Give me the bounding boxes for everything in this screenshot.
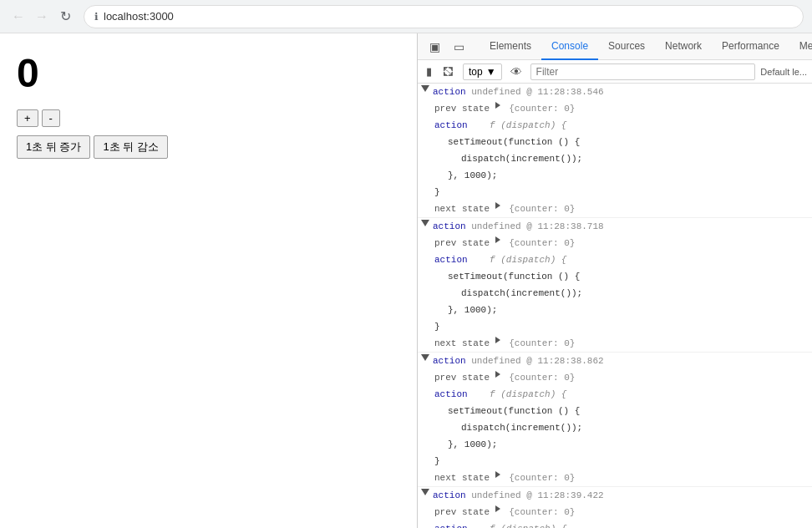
- next-state-3: next state {counter: 0}: [418, 470, 812, 486]
- prev-state-value-2: {counter: 0}: [509, 236, 575, 250]
- prev-state-arrow-4[interactable]: [495, 505, 500, 512]
- decrement-button[interactable]: -: [42, 109, 60, 127]
- expand-arrow-4[interactable]: [421, 489, 429, 495]
- action-key-3: action: [434, 388, 468, 401]
- code-1-l5: }: [434, 185, 440, 199]
- code-2-l2: setTimeout(function () {: [448, 270, 580, 283]
- refresh-button[interactable]: ↻: [55, 7, 75, 27]
- tab-elements[interactable]: Elements: [480, 34, 541, 60]
- tab-network[interactable]: Network: [655, 34, 712, 60]
- timestamp-1: @ 11:28:38.546: [526, 85, 603, 99]
- prev-state-4: prev state {counter: 0}: [418, 504, 812, 520]
- counter-display: 0: [17, 50, 400, 96]
- action-code-2-l5: }: [418, 318, 812, 335]
- action-row-3: action f (dispatch) {: [418, 386, 812, 403]
- filter-input[interactable]: [530, 63, 756, 80]
- log-group-1: action undefined @ 11:28:38.546 prev sta…: [418, 84, 812, 218]
- chevron-down-icon: ▼: [486, 66, 496, 78]
- timestamp-4: @ 11:28:39.422: [526, 489, 603, 502]
- prev-state-value-4: {counter: 0}: [509, 505, 575, 519]
- action-code-1-l2: setTimeout(function () {: [418, 134, 812, 150]
- action-label-2: action: [433, 220, 466, 233]
- code-1-l2: setTimeout(function () {: [448, 135, 580, 149]
- action-code-3-l4: }, 1000);: [418, 436, 812, 453]
- log-group-4: action undefined @ 11:28:39.422 prev sta…: [418, 487, 812, 528]
- device-toggle-button[interactable]: ▭: [449, 38, 469, 55]
- undefined-label-3: undefined: [471, 354, 520, 368]
- action-row-1: action f (dispatch) {: [418, 117, 812, 134]
- action-code-3-l5: }: [418, 453, 812, 470]
- expand-arrow-1[interactable]: [421, 85, 429, 92]
- action-code-2-l4: }, 1000);: [418, 302, 812, 318]
- prev-state-label-1: prev state: [434, 102, 490, 115]
- next-state-value-2: {counter: 0}: [509, 337, 575, 350]
- forward-button[interactable]: →: [32, 7, 52, 27]
- prev-state-3: prev state {counter: 0}: [418, 369, 812, 386]
- action-code-2-l3: dispatch(increment());: [418, 285, 812, 302]
- action-code-2-l2: setTimeout(function () {: [418, 268, 812, 285]
- log-entry-action-3: action undefined @ 11:28:38.862: [418, 353, 812, 369]
- url-text: localhost:3000: [104, 10, 174, 23]
- code-3-l5: }: [434, 454, 440, 468]
- console-toolbar: ▮ ⛞ top ▼ 👁 Default le...: [418, 60, 812, 84]
- prev-state-value-3: {counter: 0}: [509, 371, 575, 384]
- inspect-element-button[interactable]: ▣: [424, 38, 445, 55]
- delayed-decrement-button[interactable]: 1초 뒤 감소: [94, 135, 167, 159]
- tab-performance[interactable]: Performance: [712, 34, 789, 60]
- tab-memo[interactable]: Memo...: [789, 34, 812, 60]
- undefined-label-4: undefined: [471, 489, 520, 502]
- console-log: action undefined @ 11:28:38.546 prev sta…: [418, 84, 812, 528]
- code-2-l5: }: [434, 320, 440, 333]
- webpage: 0 + - 1초 뒤 증가 1초 뒤 감소: [0, 33, 418, 528]
- back-button[interactable]: ←: [8, 7, 28, 27]
- tab-sources[interactable]: Sources: [598, 34, 655, 60]
- code-3-l4: }, 1000);: [448, 438, 497, 451]
- devtools-toolbar: ▣ ▭ Elements Console Sources Network Per…: [418, 33, 812, 60]
- timestamp-2: @ 11:28:38.718: [526, 220, 603, 233]
- prev-state-value-1: {counter: 0}: [509, 102, 575, 115]
- log-entry-action-2: action undefined @ 11:28:38.718: [418, 218, 812, 235]
- action-val-2-l1: f (dispatch) {: [490, 253, 566, 267]
- log-group-3: action undefined @ 11:28:38.862 prev sta…: [418, 353, 812, 487]
- prev-state-1: prev state {counter: 0}: [418, 100, 812, 117]
- prev-state-label-4: prev state: [434, 505, 490, 519]
- next-state-arrow-3[interactable]: [495, 471, 500, 478]
- clear-console-button[interactable]: ⛞: [440, 63, 458, 79]
- next-state-arrow-1[interactable]: [495, 202, 500, 209]
- main-area: 0 + - 1초 뒤 증가 1초 뒤 감소 ▣ ▭ Elements Conso…: [0, 33, 812, 528]
- prev-state-arrow-1[interactable]: [495, 102, 500, 109]
- action-val-3-l1: f (dispatch) {: [490, 388, 566, 401]
- next-state-label-1: next state: [434, 202, 490, 216]
- level-select[interactable]: top ▼: [463, 63, 502, 80]
- action-code-1-l4: }, 1000);: [418, 167, 812, 184]
- action-code-1-l3: dispatch(increment());: [418, 150, 812, 167]
- eye-button[interactable]: 👁: [507, 63, 525, 80]
- prev-state-arrow-3[interactable]: [495, 371, 500, 378]
- code-2-l4: }, 1000);: [448, 303, 497, 317]
- delayed-increment-button[interactable]: 1초 뒤 증가: [17, 135, 90, 159]
- action-label-4: action: [433, 489, 466, 502]
- browser-chrome: ← → ↻ ℹ localhost:3000: [0, 0, 812, 33]
- code-1-l4: }, 1000);: [448, 169, 497, 182]
- tab-console[interactable]: Console: [541, 34, 598, 60]
- level-select-label: top: [469, 66, 483, 78]
- action-row-4: action f (dispatch) {: [418, 520, 812, 528]
- action-code-1-l5: }: [418, 184, 812, 201]
- nav-buttons: ← → ↻: [8, 7, 75, 27]
- next-state-arrow-2[interactable]: [495, 337, 500, 343]
- prev-state-arrow-2[interactable]: [495, 236, 500, 243]
- action-row-2: action f (dispatch) {: [418, 251, 812, 268]
- prev-state-label-3: prev state: [434, 371, 490, 384]
- expand-arrow-3[interactable]: [421, 354, 429, 361]
- lock-icon: ℹ: [94, 11, 99, 23]
- log-group-2: action undefined @ 11:28:38.718 prev sta…: [418, 218, 812, 353]
- timestamp-3: @ 11:28:38.862: [526, 354, 603, 368]
- address-bar[interactable]: ℹ localhost:3000: [84, 5, 804, 28]
- console-sidebar-toggle[interactable]: ▮: [423, 63, 435, 79]
- prev-state-label-2: prev state: [434, 236, 490, 250]
- code-2-l3: dispatch(increment());: [461, 287, 582, 300]
- expand-arrow-2[interactable]: [421, 220, 429, 226]
- action-val-4-l1: f (dispatch) {: [490, 522, 566, 528]
- code-3-l2: setTimeout(function () {: [448, 404, 580, 418]
- increment-button[interactable]: +: [17, 109, 38, 127]
